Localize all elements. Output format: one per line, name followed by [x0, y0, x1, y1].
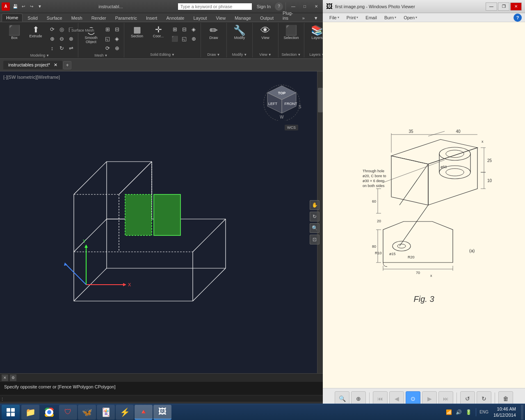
maximize-btn[interactable]: □ [300, 2, 310, 11]
drawing-tab-close[interactable]: ✕ [54, 62, 57, 67]
system-clock[interactable]: 10:46 AM 16/12/2014 [490, 406, 519, 418]
email-menu[interactable]: Email [362, 14, 380, 21]
redo-quick-btn[interactable]: ↪ [28, 3, 35, 10]
se-icon1[interactable]: ⊞ [170, 25, 179, 34]
svg-line-2 [193, 268, 226, 301]
layers-group-label[interactable]: Layers ▼ [307, 52, 323, 57]
taskbar-game[interactable]: 🃏 [97, 405, 115, 420]
section-button[interactable]: ▦ Section [127, 25, 147, 39]
cmd-settings-btn[interactable]: ⚙ [10, 374, 16, 381]
draw-button[interactable]: ✏ Draw [203, 25, 224, 41]
layers-button[interactable]: 📚 Layers [307, 25, 323, 41]
language-indicator[interactable]: ENG [479, 410, 488, 414]
se-icon4[interactable]: ⬛ [170, 34, 179, 43]
modeling-group-label[interactable]: Modeling ▼ [4, 52, 75, 57]
tab-mesh[interactable]: Mesh [67, 14, 87, 22]
selection-button[interactable]: ⬛ Selection [281, 25, 301, 41]
network-tray-icon[interactable]: 📶 [445, 408, 453, 416]
sweep-icon[interactable]: ⟳ [48, 25, 57, 34]
solid-editing-label[interactable]: Solid Editing ▼ [127, 52, 198, 57]
se-icon3[interactable]: ◈ [189, 25, 198, 34]
mesh-icon5[interactable]: ⟳ [103, 43, 112, 52]
burn-menu[interactable]: Burn ▾ [381, 14, 399, 21]
se-icon6[interactable]: ⊕ [189, 34, 198, 43]
coordinates-button[interactable]: ✛ Coor... [148, 25, 169, 39]
print-menu[interactable]: Print ▾ [343, 14, 362, 21]
mesh-icon4[interactable]: ◈ [112, 34, 121, 43]
box-button[interactable]: ⬛ Box [4, 25, 25, 41]
photo-maximize-btn[interactable]: ❐ [498, 2, 509, 11]
taskbar-autocad[interactable]: 🔺 [135, 405, 153, 420]
subtract-icon[interactable]: ⊖ [57, 34, 66, 43]
open-menu[interactable]: Open ▾ [400, 14, 420, 21]
volume-tray-icon[interactable]: 🔊 [454, 408, 463, 416]
tab-surface[interactable]: Surface [43, 14, 66, 22]
mesh-icon6[interactable]: ⊕ [112, 43, 121, 52]
taskbar-chrome[interactable] [40, 405, 58, 420]
tab-dropdown[interactable]: ▼ [310, 14, 322, 22]
quick-access-dropdown[interactable]: ▼ [36, 3, 43, 10]
viewport-3d[interactable]: [-][SW Isometric][Wireframe] [0, 71, 323, 373]
tab-insert[interactable]: Insert [142, 14, 162, 22]
svg-rect-77 [7, 413, 10, 416]
command-input[interactable] [5, 396, 321, 401]
modify-group-label[interactable]: Modify ▼ [229, 52, 250, 57]
tab-more[interactable]: » [298, 14, 309, 22]
show-desktop-btn[interactable] [521, 405, 523, 420]
battery-tray-icon[interactable]: 🔋 [464, 408, 472, 416]
orbit-btn[interactable]: ↻ [310, 212, 320, 221]
taskbar-email[interactable]: 🦋 [78, 405, 96, 420]
tab-render[interactable]: Render [87, 14, 110, 22]
taskbar-explorer[interactable]: 📁 [21, 405, 39, 420]
zoom-btn[interactable]: 🔍 [310, 223, 320, 233]
tab-plugins[interactable]: Plug-ins [278, 9, 297, 22]
extrude-button[interactable]: ⬆ Extrude [25, 25, 46, 39]
draw-group-label[interactable]: Draw ▼ [203, 52, 224, 57]
photo-minimize-btn[interactable]: — [486, 2, 497, 11]
undo-quick-btn[interactable]: ↩ [20, 3, 27, 10]
file-menu[interactable]: File ▾ [326, 14, 342, 21]
scrollbar-thumb[interactable] [318, 88, 323, 112]
new-drawing-btn[interactable]: + [63, 61, 71, 69]
tab-annotate[interactable]: Annotate [162, 14, 188, 22]
se-icon2[interactable]: ⊟ [180, 25, 189, 34]
tab-manage[interactable]: Manage [231, 14, 255, 22]
union-icon[interactable]: ⊕ [48, 34, 57, 43]
search-input[interactable] [178, 3, 252, 10]
selection-group-label[interactable]: Selection ▼ [281, 52, 301, 57]
3d-cube-navigator[interactable]: TOP FRONT LEFT W S [261, 84, 298, 121]
cmd-close-btn[interactable]: ✕ [2, 374, 8, 381]
intersect-icon[interactable]: ⊗ [66, 34, 75, 43]
wcs-indicator[interactable]: WCS [285, 125, 298, 130]
tab-home[interactable]: Home [2, 14, 23, 22]
view-button[interactable]: 👁 View [255, 25, 276, 41]
zoom-extents-btn[interactable]: ⊡ [310, 235, 320, 244]
mesh-icon2[interactable]: ⊟ [112, 25, 121, 34]
mesh-group-label[interactable]: Mesh ▼ [81, 52, 121, 57]
3d-mirror-icon[interactable]: ⇌ [66, 43, 75, 52]
close-btn[interactable]: ✕ [311, 2, 321, 11]
save-quick-btn[interactable]: 💾 [11, 3, 19, 10]
se-icon5[interactable]: ◱ [180, 34, 189, 43]
3d-move-icon[interactable]: ↕ [48, 43, 57, 52]
drawing-tab[interactable]: instructables project* ✕ [3, 61, 62, 69]
view-group-label[interactable]: View ▼ [255, 52, 276, 57]
taskbar-security[interactable]: 🛡 [59, 405, 77, 420]
mesh-icon3[interactable]: ◱ [103, 34, 112, 43]
tab-view[interactable]: View [212, 14, 230, 22]
sign-in-btn[interactable]: Sign In [254, 3, 273, 10]
tab-parametric[interactable]: Parametric [111, 14, 141, 22]
taskbar-arduino[interactable]: ⚡ [116, 405, 134, 420]
tab-solid[interactable]: Solid [23, 14, 41, 22]
3d-rotate-icon[interactable]: ↻ [57, 43, 66, 52]
tab-layout[interactable]: Layout [189, 14, 211, 22]
modify-button[interactable]: 🔧 Modify [229, 25, 250, 41]
taskbar-photoviewer[interactable]: 🖼 [153, 405, 171, 420]
mesh-icon1[interactable]: ⊞ [103, 25, 112, 34]
tab-output[interactable]: Output [256, 14, 278, 22]
photo-close-btn[interactable]: ✕ [510, 2, 522, 11]
start-button[interactable] [2, 405, 20, 420]
pan-btn[interactable]: ✋ [310, 200, 320, 210]
photo-help-btn[interactable]: ? [514, 14, 522, 22]
revolve-icon[interactable]: ◎ [57, 25, 66, 34]
